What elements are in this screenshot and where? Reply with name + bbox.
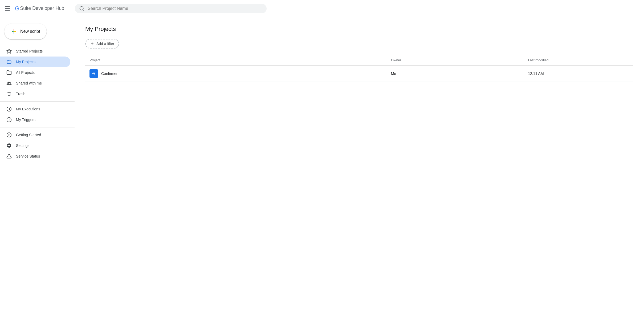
new-script-button[interactable]: New script [4, 23, 47, 39]
header: G Suite Developer Hub [0, 0, 644, 17]
star-icon [6, 49, 12, 54]
plus-icon [11, 28, 17, 35]
sidebar-item-my-projects[interactable]: My Projects [0, 57, 70, 67]
sidebar-item-all-projects-label: All Projects [16, 70, 35, 75]
sidebar-item-my-projects-label: My Projects [16, 60, 35, 64]
people-icon [6, 81, 12, 86]
main-content: My Projects Add a filter Project Owner L… [75, 17, 644, 90]
col-header-modified: Last modified [524, 55, 633, 66]
col-header-owner: Owner [387, 55, 524, 66]
folder-outline-icon [6, 70, 12, 75]
sidebar-item-shared-label: Shared with me [16, 81, 42, 85]
modified-cell: 12:11 AM [524, 66, 633, 82]
svg-line-1 [83, 9, 84, 10]
projects-table: Project Owner Last modified [85, 55, 633, 82]
filter-label: Add a filter [96, 42, 114, 46]
project-icon [89, 69, 98, 78]
sidebar-item-all-projects[interactable]: All Projects [0, 67, 70, 78]
search-input[interactable] [88, 6, 262, 11]
svg-marker-6 [7, 49, 11, 53]
project-cell: Confirmer [85, 66, 387, 82]
table-row[interactable]: Confirmer Me 12:11 AM [85, 66, 633, 82]
svg-rect-3 [12, 31, 14, 32]
svg-rect-2 [14, 29, 14, 31]
layout: New script Starred Projects My Projects [0, 17, 644, 90]
svg-rect-4 [14, 31, 16, 32]
folder-open-icon [6, 59, 12, 65]
sidebar-item-starred-label: Starred Projects [16, 49, 43, 53]
sidebar-item-starred[interactable]: Starred Projects [0, 46, 70, 57]
sidebar: New script Starred Projects My Projects [0, 17, 75, 90]
table-header: Project Owner Last modified [85, 55, 633, 66]
project-name: Confirmer [101, 71, 117, 76]
svg-point-0 [80, 6, 83, 10]
menu-icon[interactable] [4, 5, 11, 12]
logo[interactable]: G Suite Developer Hub [15, 5, 64, 12]
app-name: Suite Developer Hub [20, 6, 64, 11]
owner-cell: Me [387, 66, 524, 82]
logo-g-letter: G [15, 5, 19, 12]
search-icon [79, 6, 84, 11]
sidebar-item-trash[interactable]: Trash [0, 89, 70, 90]
col-header-project: Project [85, 55, 387, 66]
new-script-label: New script [20, 29, 40, 34]
plus-small-icon [90, 42, 94, 46]
svg-rect-5 [14, 32, 14, 34]
add-filter-button[interactable]: Add a filter [85, 39, 119, 49]
page-title: My Projects [85, 26, 633, 33]
search-bar [75, 4, 267, 13]
table-body: Confirmer Me 12:11 AM [85, 66, 633, 82]
sidebar-item-shared[interactable]: Shared with me [0, 78, 70, 89]
